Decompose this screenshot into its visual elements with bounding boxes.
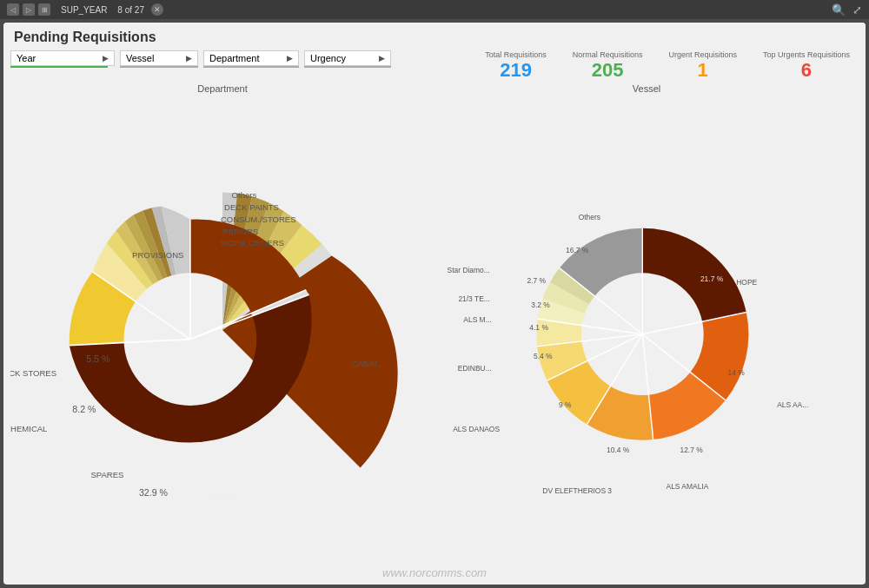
nav-icon-3[interactable]: ⊞ — [38, 3, 50, 16]
top-urgent-label: Top Urgents Requisitions — [763, 50, 850, 59]
charts-area: Department — [3, 83, 866, 563]
dept-spares-label: SPARES — [90, 470, 123, 479]
total-requisitions-stat: Total Requisitions 219 — [485, 50, 547, 82]
dept-spares-value: 43.4 % — [209, 492, 238, 502]
vessel-alsaa-value: 14 % — [728, 368, 746, 377]
vessel-alsaa-label: ALS AA... — [777, 400, 808, 409]
vessel-hope-label: HOPE — [736, 278, 757, 287]
dept-consum-label: CONSUM./STORES — [221, 215, 296, 224]
department-filter-label: Department — [209, 53, 259, 63]
normal-value: 205 — [573, 59, 643, 82]
vessel-edinbu-label: EDINBU... — [458, 364, 492, 373]
urgent-requisitions-stat: Urgent Requisitions 1 — [668, 50, 737, 82]
vessel-chart-title: Vessel — [633, 83, 660, 94]
dept-workorders-label: WORK ORDERS — [221, 238, 284, 248]
dept-spares2-value: 32.9 % — [139, 487, 169, 498]
vessel-21te-label: 21/3 TE... — [458, 294, 489, 303]
urgency-filter-label: Urgency — [310, 53, 346, 63]
department-filter-group: Department ▶ — [203, 50, 299, 68]
vessel-alsamalia-label: ALS AMALIA — [667, 482, 709, 491]
vessel-donut-wrapper: HOPE 21.7 % ALS AA... 14 % ALS AMALIA DV… — [434, 97, 859, 563]
vessel-filter-bar — [120, 66, 198, 68]
urgency-dropdown[interactable]: Urgency ▶ — [304, 50, 391, 66]
search-icon[interactable]: 🔍 — [832, 3, 846, 17]
vessel-others-label: Others — [579, 213, 600, 221]
vessel-edinbu-value: 5.4 % — [534, 352, 553, 360]
urgency-filter-bar — [304, 66, 391, 68]
vessel-dvelef-label: DV ELEFTHERIOS 3 — [542, 486, 612, 495]
department-chart-title: Department — [197, 83, 247, 94]
urgent-label: Urgent Requisitions — [668, 50, 737, 59]
total-label: Total Requisitions — [485, 50, 547, 59]
department-dropdown[interactable]: Department ▶ — [203, 50, 299, 66]
vessel-hope-value: 21.7 % — [700, 274, 724, 283]
page-title: Pending Requisitions — [14, 30, 156, 44]
vessel-alsm-label: ALS M... — [463, 315, 491, 324]
vessel-21te-value: 3.2 % — [531, 301, 550, 309]
department-arrow-icon: ▶ — [287, 54, 293, 63]
vessel-27pct-value: 2.7 % — [527, 276, 547, 285]
title-bar-icons: ◁ ▷ ⊞ — [7, 3, 50, 16]
watermark: www.norcomms.com — [3, 563, 866, 585]
main-content: Pending Requisitions Year ▶ Vessel ▶ Dep… — [3, 23, 866, 585]
normal-requisitions-stat: Normal Requisitions 205 — [573, 50, 643, 82]
page-header: Pending Requisitions — [3, 23, 866, 49]
filters-row: Year ▶ Vessel ▶ Department ▶ Urgency ▶ — [3, 49, 866, 83]
dept-deckpaints-label: DECK PAINTS — [224, 202, 279, 212]
urgency-arrow-icon: ▶ — [379, 54, 385, 63]
vessel-alsamalia-value: 12.7 % — [680, 446, 703, 454]
urgency-filter-group: Urgency ▶ — [304, 50, 391, 68]
vessel-filter-label: Vessel — [126, 53, 154, 63]
normal-label: Normal Requisitions — [573, 50, 643, 59]
dept-others-label: Others — [232, 190, 257, 200]
dept-provisions-label: PROVISIONS — [132, 250, 183, 260]
year-filter-bar — [10, 66, 108, 68]
dept-deckstores-value: 5.5 % — [86, 353, 110, 364]
year-dropdown[interactable]: Year ▶ — [10, 50, 115, 66]
sup-year-label: SUP_YEAR — [61, 5, 107, 15]
dept-cabin-label: CABIN... — [352, 359, 384, 368]
department-donut-wrapper: Others DECK PAINTS CONSUM./STORES REPAIR… — [10, 97, 434, 563]
vessel-others-value: 16.7 % — [566, 246, 589, 254]
vessel-arrow-icon: ▶ — [186, 54, 192, 63]
vessel-danaos-value: 9 % — [559, 400, 572, 409]
vessel-dvelef-value: 10.4 % — [607, 446, 630, 454]
vessel-chart-container: Vessel — [434, 83, 859, 563]
vessel-chart-svg: HOPE 21.7 % ALS AA... 14 % ALS AMALIA DV… — [434, 97, 859, 563]
dept-repairs-label: REPAIRS — [222, 227, 258, 236]
year-filter-group: Year ▶ — [10, 50, 115, 68]
dept-chemical-value: 8.2 % — [72, 404, 96, 414]
urgent-value: 1 — [668, 59, 737, 82]
stats-row: Total Requisitions 219 Normal Requisitio… — [485, 50, 859, 82]
expand-icon[interactable]: ⤢ — [852, 3, 862, 17]
close-button[interactable]: ✕ — [151, 3, 163, 16]
sup-year-count: 8 of 27 — [117, 5, 144, 15]
vessel-alsm-value: 4.1 % — [529, 323, 548, 332]
vessel-filter-group: Vessel ▶ — [120, 50, 198, 68]
dept-deckstores-label: DECK STORES — [10, 368, 56, 378]
vessel-stardiamo-label: Star Diamo... — [448, 266, 490, 274]
department-filter-bar — [203, 66, 299, 68]
nav-icon-2[interactable]: ▷ — [23, 3, 35, 16]
year-arrow-icon: ▶ — [103, 54, 109, 63]
total-value: 219 — [485, 59, 547, 82]
top-urgent-requisitions-stat: Top Urgents Requisitions 6 — [763, 50, 850, 82]
title-bar: ◁ ▷ ⊞ SUP_YEAR 8 of 27 ✕ 🔍 ⤢ — [0, 0, 869, 19]
year-filter-label: Year — [17, 53, 36, 63]
vessel-dropdown[interactable]: Vessel ▶ — [120, 50, 198, 66]
nav-icon-1[interactable]: ◁ — [7, 3, 19, 16]
top-urgent-value: 6 — [763, 59, 850, 82]
dept-chemical-label: CHEMICAL — [10, 424, 47, 433]
department-chart-container: Department — [10, 83, 434, 563]
dept-chart-svg: Others DECK PAINTS CONSUM./STORES REPAIR… — [10, 97, 434, 563]
vessel-danaos-label: ALS DANAOS — [453, 425, 500, 433]
